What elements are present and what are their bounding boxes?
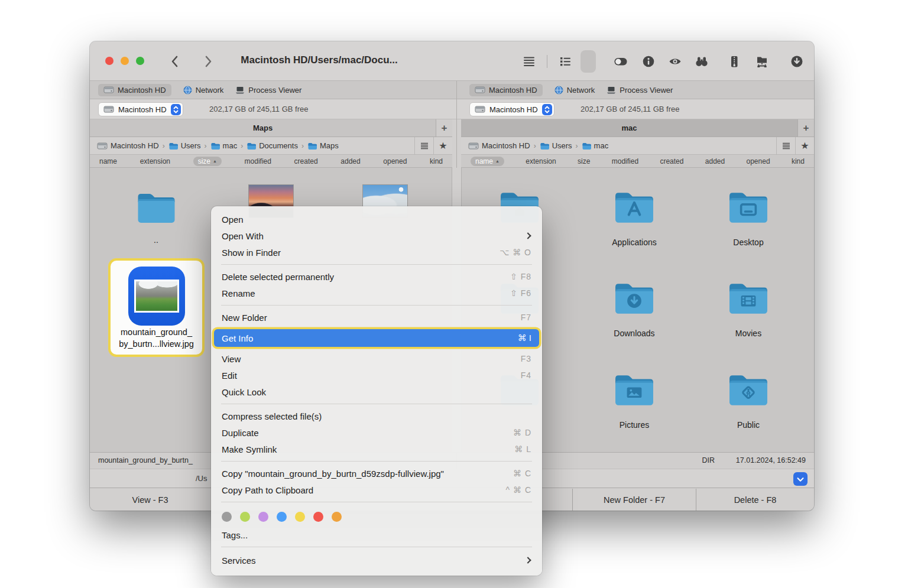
movies-folder-icon[interactable] [724, 278, 773, 317]
breadcrumb-item[interactable]: Macintosh HD [111, 141, 159, 150]
menu-item-get-info[interactable]: Get Info⌘ I [214, 329, 539, 347]
breadcrumb-item[interactable]: Maps [320, 141, 339, 150]
back-icon[interactable] [168, 54, 183, 69]
full-view-icon[interactable] [521, 54, 537, 69]
right-tab-macintosh-hd[interactable]: Macintosh HD [469, 84, 543, 96]
folder-label-downloads[interactable]: Downloads [587, 329, 682, 338]
col-modified[interactable]: modified [245, 157, 271, 165]
zoom-window-button[interactable] [136, 57, 144, 65]
menu-item-new-folder[interactable]: New FolderF7 [211, 309, 542, 326]
col-created[interactable]: created [294, 157, 318, 165]
col-added[interactable]: added [340, 157, 360, 165]
folder-label-movies[interactable]: Movies [701, 329, 796, 338]
col-size[interactable]: size [578, 157, 590, 165]
col-extension[interactable]: extension [140, 157, 170, 165]
left-drive-selector[interactable]: Macintosh HD [98, 102, 183, 116]
network-share-icon[interactable] [754, 54, 770, 69]
col-modified[interactable]: modified [612, 157, 638, 165]
menu-item-make-symlink[interactable]: Make Symlink⌘ L [211, 441, 542, 457]
desktop-folder-icon[interactable] [724, 187, 773, 226]
history-menu-icon[interactable] [414, 137, 433, 154]
menu-item-services[interactable]: Services [211, 551, 542, 570]
breadcrumb-item[interactable]: mac [223, 141, 238, 150]
col-opened[interactable]: opened [747, 157, 770, 165]
menu-item-open-with[interactable]: Open With [211, 228, 542, 244]
breadcrumb-item[interactable]: Macintosh HD [482, 141, 530, 150]
col-size-sorted[interactable]: size▲ [193, 157, 222, 166]
col-kind[interactable]: kind [792, 157, 805, 165]
folder-label-desktop[interactable]: Desktop [701, 238, 796, 247]
tag-purple[interactable] [258, 512, 268, 522]
delete-button[interactable]: Delete - F8 [696, 489, 814, 511]
tag-blue[interactable] [277, 512, 287, 522]
menu-item-view[interactable]: ViewF3 [211, 350, 542, 367]
favorites-star-icon[interactable]: ★ [433, 137, 452, 154]
drive-stepper-icon[interactable] [171, 104, 181, 115]
info-icon[interactable] [641, 54, 656, 69]
menu-item-tags[interactable]: Tags... [211, 527, 542, 543]
favorites-star-icon[interactable]: ★ [795, 137, 814, 154]
history-menu-icon[interactable] [776, 137, 795, 154]
thumbnails-view-icon[interactable] [581, 50, 596, 73]
download-icon[interactable] [789, 54, 805, 69]
col-name[interactable]: name [99, 157, 117, 165]
toggle-panels-icon[interactable] [613, 54, 628, 69]
drive-stepper-icon[interactable] [542, 104, 552, 115]
menu-item-duplicate[interactable]: Duplicate⌘ D [211, 424, 542, 441]
menu-item-rename[interactable]: Rename⇧ F6 [211, 285, 542, 301]
up-directory-folder-icon[interactable] [131, 188, 181, 226]
view-button[interactable]: View - F3 [90, 489, 210, 511]
folder-label-applications[interactable]: Applications [587, 238, 682, 247]
path-dropdown-button[interactable] [793, 472, 808, 486]
tag-green[interactable] [240, 512, 250, 522]
right-pane-tab[interactable]: mac + [461, 119, 814, 137]
breadcrumb-item[interactable]: mac [594, 141, 609, 150]
left-tab-process-viewer[interactable]: Process Viewer [235, 86, 301, 95]
new-folder-button[interactable]: New Folder - F7 [573, 489, 696, 511]
up-directory-label[interactable]: .. [115, 235, 197, 245]
folder-label-pictures[interactable]: Pictures [587, 420, 682, 430]
menu-item-copy-file[interactable]: Copy "mountain_ground_by_burtn_d59zsdp-f… [211, 465, 542, 482]
right-drive-selector[interactable]: Macintosh HD [469, 102, 554, 116]
brief-view-icon[interactable] [557, 54, 573, 69]
menu-item-open[interactable]: Open [211, 211, 542, 228]
breadcrumb-item[interactable]: Users [181, 141, 201, 150]
close-window-button[interactable] [105, 57, 114, 65]
applications-folder-icon[interactable] [610, 187, 659, 226]
archive-icon[interactable] [727, 54, 742, 69]
selected-file-tile[interactable]: mountain_ground_ by_burtn...llview.jpg [108, 258, 205, 357]
breadcrumb-item[interactable]: Documents [259, 141, 298, 150]
menu-item-compress[interactable]: Compress selected file(s) [211, 408, 542, 424]
folder-label-public[interactable]: Public [701, 420, 796, 430]
preview-eye-icon[interactable] [667, 54, 683, 69]
breadcrumb-item[interactable]: Users [552, 141, 572, 150]
col-extension[interactable]: extension [526, 157, 556, 165]
col-kind[interactable]: kind [430, 157, 443, 165]
menu-item-delete-permanently[interactable]: Delete selected permanently⇧ F8 [211, 268, 542, 285]
minimize-window-button[interactable] [121, 57, 129, 65]
right-tab-process-viewer[interactable]: Process Viewer [607, 86, 673, 95]
pictures-folder-icon[interactable] [610, 369, 659, 408]
menu-item-copy-path[interactable]: Copy Path to Clipboard^ ⌘ C [211, 482, 542, 498]
downloads-folder-icon[interactable] [610, 278, 659, 317]
left-pane-tab[interactable]: Maps + [90, 119, 452, 137]
tag-orange[interactable] [332, 512, 342, 522]
left-tab-macintosh-hd[interactable]: Macintosh HD [98, 84, 171, 96]
right-tab-network[interactable]: Network [554, 86, 595, 95]
right-add-tab-button[interactable]: + [797, 119, 814, 137]
left-tab-network[interactable]: Network [183, 86, 224, 95]
tag-yellow[interactable] [295, 512, 305, 522]
col-name-sorted[interactable]: name▲ [471, 157, 504, 166]
public-folder-icon[interactable] [724, 369, 773, 408]
tag-red[interactable] [313, 512, 323, 522]
menu-item-show-in-finder[interactable]: Show in Finder⌥ ⌘ O [211, 244, 542, 261]
search-binoculars-icon[interactable] [694, 54, 709, 69]
col-added[interactable]: added [705, 157, 725, 165]
menu-item-quick-look[interactable]: Quick Look [211, 384, 542, 400]
col-opened[interactable]: opened [383, 157, 407, 165]
col-created[interactable]: created [660, 157, 683, 165]
menu-item-edit[interactable]: EditF4 [211, 367, 542, 384]
shortcut: ^ ⌘ C [506, 485, 531, 495]
tag-gray[interactable] [222, 512, 232, 522]
left-add-tab-button[interactable]: + [436, 119, 452, 137]
